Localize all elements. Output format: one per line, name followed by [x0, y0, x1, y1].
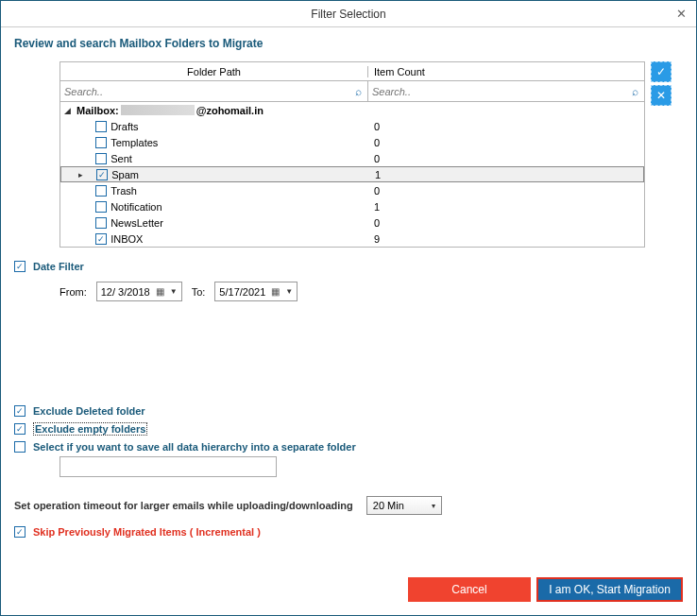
exclude-empty-label: Exclude empty folders [33, 422, 147, 436]
timeout-select[interactable]: 20 Min ▾ [366, 496, 442, 515]
folder-checkbox[interactable] [95, 137, 107, 148]
to-label: To: [192, 286, 206, 298]
calendar-icon[interactable]: ▦ [156, 286, 164, 297]
mailbox-row[interactable]: ◢ Mailbox:@zohomail.in [60, 102, 644, 118]
search-folder-cell: ⌕ [60, 81, 368, 101]
redacted-user [121, 105, 195, 115]
exclude-empty-checkbox[interactable] [14, 423, 26, 435]
chevron-down-icon[interactable]: ▼ [285, 287, 293, 296]
folder-name: Sent [110, 153, 132, 164]
save-hierarchy-option[interactable]: Select if you want to save all data hier… [14, 441, 683, 453]
folder-row[interactable]: NewsLetter0 [60, 214, 644, 231]
from-date-value: 12/ 3/2018 [101, 286, 150, 298]
chevron-down-icon[interactable]: ▾ [432, 502, 435, 510]
folder-checkbox[interactable] [95, 217, 107, 229]
exclude-deleted-option[interactable]: Exclude Deleted folder [14, 405, 683, 417]
folder-checkbox[interactable] [95, 233, 107, 245]
search-folder-input[interactable] [64, 86, 364, 97]
date-filter-option[interactable]: Date Filter [14, 261, 683, 272]
folder-checkbox[interactable] [96, 169, 108, 180]
folder-row[interactable]: Notification1 [60, 198, 644, 214]
folder-row[interactable]: Drafts0 [60, 118, 644, 134]
timeout-value: 20 Min [373, 500, 404, 511]
titlebar: Filter Selection ✕ [1, 1, 696, 27]
search-count-input[interactable] [372, 86, 640, 97]
exclude-empty-option[interactable]: Exclude empty folders [14, 422, 683, 436]
folder-name: Trash [110, 185, 137, 197]
folder-count: 0 [368, 137, 644, 148]
to-date-value: 5/17/2021 [219, 286, 265, 298]
start-migration-button[interactable]: I am OK, Start Migration [536, 577, 683, 602]
collapse-icon[interactable]: ◢ [64, 106, 74, 115]
select-all-button[interactable]: ✓ [651, 61, 672, 82]
folder-checkbox[interactable] [95, 201, 107, 213]
folder-name: Notification [110, 201, 162, 213]
col-folder-path[interactable]: Folder Path [60, 66, 368, 77]
folder-count: 0 [368, 121, 644, 132]
folder-name: INBOX [110, 233, 143, 245]
save-hierarchy-checkbox[interactable] [14, 441, 26, 453]
folder-checkbox[interactable] [95, 121, 107, 132]
folder-row[interactable]: Trash0 [60, 182, 644, 198]
folder-name: Templates [110, 137, 158, 148]
exclude-deleted-checkbox[interactable] [14, 405, 26, 417]
grid-search-row: ⌕ ⌕ [60, 81, 644, 102]
search-icon[interactable]: ⌕ [355, 85, 362, 98]
skip-migrated-label: Skip Previously Migrated Items ( Increme… [33, 526, 261, 538]
folder-grid: Folder Path Item Count ⌕ ⌕ ◢ Mailbox:@zo… [60, 61, 645, 248]
skip-migrated-checkbox[interactable] [14, 526, 26, 538]
deselect-all-button[interactable]: ✕ [651, 85, 672, 106]
instruction-text: Review and search Mailbox Folders to Mig… [14, 37, 683, 50]
col-item-count[interactable]: Item Count [368, 66, 644, 77]
skip-migrated-option[interactable]: Skip Previously Migrated Items ( Increme… [14, 526, 683, 538]
timeout-label: Set operation timeout for larger emails … [14, 500, 353, 511]
folder-checkbox[interactable] [95, 185, 107, 197]
calendar-icon[interactable]: ▦ [271, 286, 280, 297]
folder-row[interactable]: Templates0 [60, 134, 644, 150]
folder-count: 1 [368, 201, 644, 213]
hierarchy-folder-input[interactable] [60, 456, 277, 477]
to-date-input[interactable]: 5/17/2021 ▦ ▼ [214, 282, 298, 301]
folder-count: 0 [368, 185, 644, 197]
folder-count: 9 [368, 233, 644, 245]
folder-name: NewsLetter [110, 217, 163, 229]
row-arrow-icon: ▸ [78, 170, 88, 180]
folder-name: Drafts [110, 121, 138, 132]
folder-name: Spam [111, 169, 139, 180]
close-icon[interactable]: ✕ [676, 7, 687, 21]
window-title: Filter Selection [311, 8, 385, 21]
chevron-down-icon[interactable]: ▼ [170, 287, 178, 296]
grid-header: Folder Path Item Count [60, 62, 644, 81]
from-date-input[interactable]: 12/ 3/2018 ▦ ▼ [96, 282, 182, 301]
search-icon[interactable]: ⌕ [632, 85, 638, 98]
date-filter-label: Date Filter [33, 261, 84, 272]
save-hierarchy-label: Select if you want to save all data hier… [33, 441, 356, 453]
date-filter-checkbox[interactable] [14, 261, 26, 272]
search-count-cell: ⌕ [368, 81, 644, 101]
folder-row[interactable]: INBOX9 [60, 231, 644, 247]
folder-checkbox[interactable] [95, 153, 107, 164]
folder-row[interactable]: Sent0 [60, 150, 644, 166]
folder-count: 1 [369, 169, 643, 180]
folder-count: 0 [368, 153, 644, 164]
folder-row[interactable]: ▸ Spam1 [60, 166, 644, 182]
exclude-deleted-label: Exclude Deleted folder [33, 405, 145, 417]
folder-count: 0 [368, 217, 644, 229]
mailbox-label: Mailbox: [76, 105, 119, 116]
from-label: From: [60, 286, 87, 298]
cancel-button[interactable]: Cancel [408, 577, 531, 602]
